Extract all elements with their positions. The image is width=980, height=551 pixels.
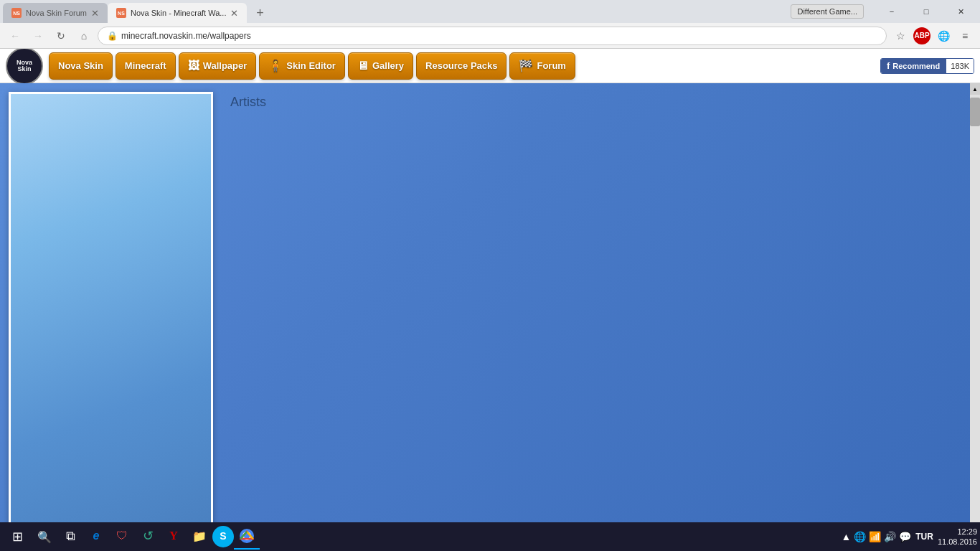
tab2-favicon: NS bbox=[116, 8, 126, 18]
window-controls: − □ ✕ bbox=[875, 0, 977, 23]
task-view-button[interactable]: ⧉ bbox=[57, 524, 83, 550]
close-button[interactable]: ✕ bbox=[944, 0, 977, 23]
maximize-button[interactable]: □ bbox=[910, 0, 943, 23]
taskbar-skype[interactable]: S bbox=[212, 526, 234, 547]
page-content: Artists ▲ ▼ bbox=[0, 83, 980, 522]
notification-icon[interactable]: 💬 bbox=[899, 531, 911, 542]
lock-icon: 🔒 bbox=[107, 31, 117, 41]
right-area: Artists bbox=[219, 83, 980, 522]
fb-recommend-label: Recommend bbox=[892, 62, 940, 70]
back-button[interactable]: ← bbox=[6, 27, 24, 45]
tab2-title: Nova Skin - Minecraft Wa... bbox=[131, 9, 226, 17]
browser-tab-1[interactable]: NS Nova Skin Forum ✕ bbox=[3, 3, 108, 23]
fb-count: 183K bbox=[946, 59, 974, 73]
forum-icon: 🏁 bbox=[519, 59, 533, 72]
nav-item-minecraft[interactable]: Minecraft bbox=[116, 52, 176, 80]
logo-skin-text: Skin bbox=[17, 66, 31, 72]
toolbar-icons: ☆ ABP 🌐 ≡ bbox=[891, 27, 974, 45]
nav-label-resource-packs: Resource Packs bbox=[425, 60, 497, 71]
clock-time: 12:29 bbox=[938, 527, 977, 537]
nav-item-wallpaper[interactable]: 🖼 Wallpaper bbox=[179, 52, 257, 80]
different-game-button[interactable]: Different Game... bbox=[791, 4, 864, 19]
taskbar-files[interactable]: 📁 bbox=[187, 524, 212, 550]
tab1-favicon: NS bbox=[11, 8, 22, 18]
volume-icon[interactable]: 🔊 bbox=[884, 531, 896, 542]
nav-label-wallpaper: Wallpaper bbox=[203, 60, 248, 71]
abp-icon: ABP bbox=[913, 27, 930, 44]
nav-label-nova-skin: Nova Skin bbox=[58, 60, 103, 71]
reload-button[interactable]: ↻ bbox=[52, 27, 70, 45]
taskbar-yandex[interactable]: Y bbox=[161, 524, 187, 550]
logo[interactable]: Nova Skin bbox=[6, 49, 43, 85]
gallery-icon: 🖥 bbox=[357, 60, 369, 72]
extension-icon-2[interactable]: ≡ bbox=[956, 27, 974, 45]
taskbar-datetime: 12:29 11.08.2016 bbox=[938, 527, 977, 547]
address-text: minecraft.novaskin.me/wallpapers bbox=[121, 31, 251, 41]
forward-button[interactable]: → bbox=[29, 27, 47, 45]
website-content: Nova Skin Nova Skin Minecraft 🖼 Wallpape… bbox=[0, 49, 980, 522]
bookmark-star-icon[interactable]: ☆ bbox=[891, 27, 910, 45]
nav-label-minecraft: Minecraft bbox=[125, 60, 166, 71]
wifi-icon[interactable]: 📶 bbox=[869, 531, 881, 542]
nav-item-resource-packs[interactable]: Resource Packs bbox=[416, 52, 507, 80]
fb-recommend-button[interactable]: f Recommend bbox=[881, 59, 946, 73]
language-indicator: TUR bbox=[915, 532, 933, 542]
title-bar: NS Nova Skin Forum ✕ NS Nova Skin - Mine… bbox=[0, 0, 980, 23]
browser-chrome: NS Nova Skin Forum ✕ NS Nova Skin - Mine… bbox=[0, 0, 980, 49]
taskbar-security[interactable]: 🛡 bbox=[109, 524, 135, 550]
scroll-up-arrow[interactable]: ▲ bbox=[970, 83, 980, 95]
wallpaper-icon: 🖼 bbox=[188, 60, 199, 72]
wallpaper-preview[interactable] bbox=[9, 92, 213, 522]
taskbar-edge[interactable]: e bbox=[83, 524, 109, 550]
taskbar: ⊞ 🔍 ⧉ e 🛡 ↺ Y 📁 S ▲ 🌐 📶 🔊 💬 TUR 12:29 11… bbox=[0, 522, 980, 551]
nav-item-forum[interactable]: 🏁 Forum bbox=[509, 52, 575, 80]
search-button[interactable]: 🔍 bbox=[32, 524, 57, 550]
abp-icon-btn[interactable]: ABP bbox=[913, 27, 931, 45]
scrollbar-thumb[interactable] bbox=[970, 98, 980, 126]
nav-label-skin-editor: Skin Editor bbox=[286, 60, 336, 71]
nav-item-gallery[interactable]: 🖥 Gallery bbox=[348, 52, 413, 80]
address-bar-row: ← → ↻ ⌂ 🔒 minecraft.novaskin.me/wallpape… bbox=[0, 23, 980, 49]
nav-item-skin-editor[interactable]: 🧍 Skin Editor bbox=[259, 52, 345, 80]
fb-icon: f bbox=[887, 60, 890, 71]
address-bar[interactable]: 🔒 minecraft.novaskin.me/wallpapers bbox=[98, 27, 887, 45]
nav-label-gallery: Gallery bbox=[372, 60, 404, 71]
taskbar-process[interactable]: ↺ bbox=[135, 524, 161, 550]
taskbar-right: ▲ 🌐 📶 🔊 💬 TUR 12:29 11.08.2016 bbox=[841, 527, 977, 547]
network-icon[interactable]: 🌐 bbox=[854, 531, 866, 542]
system-icons: ▲ 🌐 📶 🔊 💬 bbox=[841, 531, 911, 542]
nav-item-nova-skin[interactable]: Nova Skin bbox=[49, 52, 113, 80]
taskbar-chrome[interactable] bbox=[234, 524, 260, 550]
left-panel bbox=[0, 83, 219, 522]
tab1-close[interactable]: ✕ bbox=[87, 8, 99, 19]
tabs-area: NS Nova Skin Forum ✕ NS Nova Skin - Mine… bbox=[3, 0, 791, 23]
fb-recommend[interactable]: f Recommend 183K bbox=[880, 58, 974, 74]
home-button[interactable]: ⌂ bbox=[75, 27, 93, 45]
artists-label: Artists bbox=[230, 95, 969, 110]
nav-label-forum: Forum bbox=[537, 60, 565, 71]
extension-icon-1[interactable]: 🌐 bbox=[934, 27, 953, 45]
tab2-close[interactable]: ✕ bbox=[226, 8, 238, 19]
tab1-title: Nova Skin Forum bbox=[26, 9, 87, 17]
clock-date: 11.08.2016 bbox=[938, 537, 977, 547]
start-button[interactable]: ⊞ bbox=[3, 522, 32, 551]
browser-tab-2[interactable]: NS Nova Skin - Minecraft Wa... ✕ bbox=[108, 3, 247, 23]
skin-editor-icon: 🧍 bbox=[268, 59, 283, 72]
nav-bar: Nova Skin Nova Skin Minecraft 🖼 Wallpape… bbox=[0, 49, 980, 83]
scrollbar[interactable]: ▲ ▼ bbox=[970, 83, 980, 522]
new-tab-button[interactable]: + bbox=[250, 3, 270, 23]
show-hidden-icons[interactable]: ▲ bbox=[841, 531, 851, 542]
minimize-button[interactable]: − bbox=[875, 0, 908, 23]
